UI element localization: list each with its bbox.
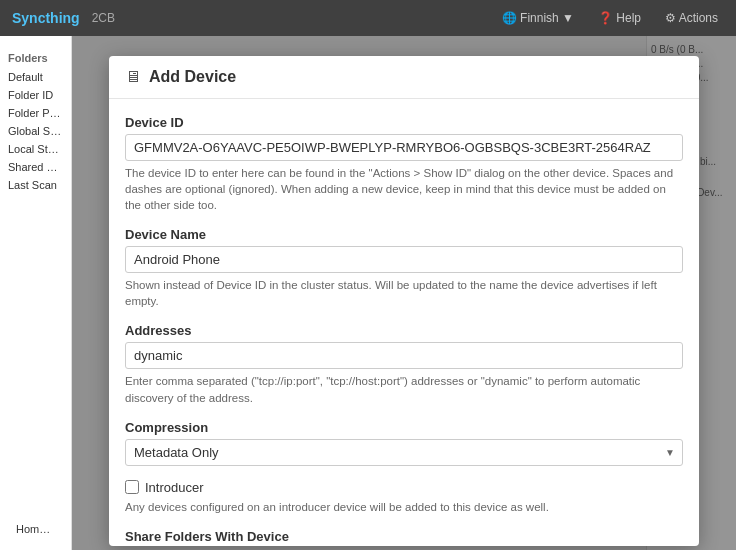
sidebar-item-last-scan[interactable]: Last Scan: [0, 176, 71, 194]
device-id-label: Device ID: [125, 115, 683, 130]
device-name-group: Device Name Shown instead of Device ID i…: [125, 227, 683, 309]
device-name-help: Shown instead of Device ID in the cluste…: [125, 277, 683, 309]
share-folders-group: Share Folders With Device Select the fol…: [125, 529, 683, 546]
modal-header: 🖥 Add Device: [109, 56, 699, 99]
introducer-checkbox[interactable]: [125, 480, 139, 494]
device-id-input[interactable]: [125, 134, 683, 161]
actions-button[interactable]: ⚙ Actions: [659, 9, 724, 27]
introducer-checkbox-label[interactable]: Introducer: [145, 480, 204, 495]
compression-select[interactable]: Metadata Only All Data Nothing: [125, 439, 683, 466]
compression-group: Compression Metadata Only All Data Nothi…: [125, 420, 683, 466]
modal-backdrop: 🖥 Add Device Device ID The device ID to …: [72, 36, 736, 550]
sidebar-item-global-state[interactable]: Global Sta...: [0, 122, 71, 140]
addresses-input[interactable]: [125, 342, 683, 369]
addresses-help: Enter comma separated ("tcp://ip:port", …: [125, 373, 683, 405]
modal-title: Add Device: [149, 68, 236, 86]
share-folders-title: Share Folders With Device: [125, 529, 683, 544]
device-id-group: Device ID The device ID to enter here ca…: [125, 115, 683, 213]
introducer-group: Introducer Any devices configured on an …: [125, 480, 683, 515]
introducer-checkbox-group: Introducer: [125, 480, 683, 495]
device-name-input[interactable]: [125, 246, 683, 273]
monitor-icon: 🖥: [125, 68, 141, 86]
compression-label: Compression: [125, 420, 683, 435]
sidebar-item-folder-id[interactable]: Folder ID: [0, 86, 71, 104]
compression-select-wrapper: Metadata Only All Data Nothing: [125, 439, 683, 466]
device-name-label: Device Name: [125, 227, 683, 242]
brand-label: Syncthing: [12, 10, 80, 26]
sidebar-item-default[interactable]: Default: [0, 68, 71, 86]
modal-body: Device ID The device ID to enter here ca…: [109, 99, 699, 546]
sidebar: Folders Default Folder ID Folder Pat... …: [0, 36, 72, 550]
finnish-button[interactable]: 🌐 Finnish ▼: [496, 9, 580, 27]
add-device-modal: 🖥 Add Device Device ID The device ID to …: [109, 56, 699, 546]
version-label: 2CB: [92, 11, 115, 25]
sidebar-section-folders: Folders: [0, 48, 71, 68]
home-page-link[interactable]: Home page: [8, 520, 63, 538]
sidebar-item-folder-path[interactable]: Folder Pat...: [0, 104, 71, 122]
sidebar-item-shared-with[interactable]: Shared W...: [0, 158, 71, 176]
device-id-help: The device ID to enter here can be found…: [125, 165, 683, 213]
help-button[interactable]: ❓ Help: [592, 9, 647, 27]
introducer-help: Any devices configured on an introducer …: [125, 499, 683, 515]
addresses-label: Addresses: [125, 323, 683, 338]
addresses-group: Addresses Enter comma separated ("tcp://…: [125, 323, 683, 405]
sidebar-item-local-state[interactable]: Local Sta...: [0, 140, 71, 158]
top-bar: Syncthing 2CB 🌐 Finnish ▼ ❓ Help ⚙ Actio…: [0, 0, 736, 36]
